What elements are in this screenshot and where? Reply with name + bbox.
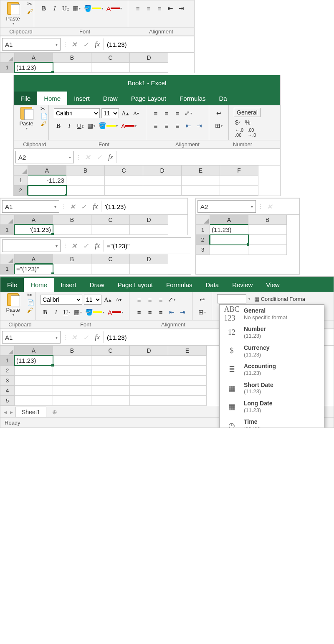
borders-button[interactable]: ▦▾ xyxy=(86,120,96,131)
cell-a1[interactable]: '(11.23) xyxy=(15,225,53,235)
enter-button[interactable]: ✓ xyxy=(78,201,89,212)
tab-formulas[interactable]: Formulas xyxy=(173,92,213,105)
formula-bar[interactable] xyxy=(103,240,191,252)
merge-button[interactable]: ⊞▾ xyxy=(197,307,207,318)
tab-draw[interactable]: Draw xyxy=(96,92,124,105)
fx-icon[interactable]: fx xyxy=(91,331,103,343)
tab-home[interactable]: Home xyxy=(37,92,67,105)
cancel-button[interactable]: ✕ xyxy=(67,201,78,212)
name-box[interactable]: A2▾ xyxy=(197,200,256,213)
font-size-select[interactable]: 11 xyxy=(84,295,101,305)
wrap-text-button[interactable]: ↩ xyxy=(197,294,207,305)
cut-icon[interactable]: ✂ xyxy=(40,105,48,112)
align-right-button[interactable]: ≡ xyxy=(155,3,164,14)
sheet-nav-next[interactable]: ▸ xyxy=(10,409,13,415)
cell-a2[interactable] xyxy=(210,235,248,245)
select-all-corner[interactable] xyxy=(0,215,15,225)
font-color-button[interactable]: A▾ xyxy=(120,120,137,131)
col-header-a[interactable]: A xyxy=(15,53,53,63)
row-header[interactable]: 2 xyxy=(14,186,28,196)
cell-a1[interactable]: ="(123)" xyxy=(15,264,53,274)
name-box[interactable]: A1▾ xyxy=(2,331,61,344)
cancel-button[interactable]: ✕ xyxy=(68,240,80,252)
name-box[interactable]: A2▾ xyxy=(15,151,74,163)
number-format-select[interactable]: General xyxy=(234,108,261,117)
conditional-formatting-button[interactable]: ▦ Conditional Forma xyxy=(254,296,305,302)
cell-d1[interactable] xyxy=(130,63,168,73)
enter-button[interactable]: ✓ xyxy=(93,151,105,163)
orientation-button[interactable]: ⤢▾ xyxy=(167,294,176,305)
sheet-tab[interactable]: Sheet1 xyxy=(15,407,46,417)
name-box[interactable]: ▾ xyxy=(2,239,61,252)
select-all-corner[interactable] xyxy=(0,53,15,63)
tab-file[interactable]: File xyxy=(0,278,24,292)
name-box[interactable]: A1▾ xyxy=(2,38,61,51)
borders-button[interactable]: ▦▾ xyxy=(72,3,81,14)
paste-button[interactable]: Paste ▾ xyxy=(0,0,25,27)
valign-mid-button[interactable]: ≡ xyxy=(162,108,171,119)
select-all-corner[interactable] xyxy=(14,165,28,176)
tab-formulas[interactable]: Formulas xyxy=(159,278,199,292)
cancel-button[interactable]: ✕ xyxy=(81,151,93,163)
fill-color-button[interactable]: 🪣▾ xyxy=(84,307,105,318)
fill-color-button[interactable]: 🪣▾ xyxy=(83,3,104,14)
row-header-1[interactable]: 1 xyxy=(0,63,15,73)
align-left-button[interactable]: ≡ xyxy=(133,3,142,14)
formula-bar[interactable] xyxy=(103,38,194,50)
enter-button[interactable]: ✓ xyxy=(80,240,91,252)
col-header[interactable]: C xyxy=(105,165,143,176)
valign-bot-button[interactable]: ≡ xyxy=(173,108,182,119)
percent-button[interactable]: % xyxy=(243,119,251,126)
col-header[interactable]: B xyxy=(66,165,105,176)
tab-data[interactable]: Data xyxy=(199,278,225,292)
col-header-c[interactable]: C xyxy=(91,53,130,63)
orientation-button[interactable]: ⤢▾ xyxy=(184,108,193,119)
inc-decimal-button[interactable]: ←.0.00 xyxy=(234,127,245,137)
font-color-button[interactable]: A▾ xyxy=(107,307,124,318)
add-sheet-button[interactable]: ⊕ xyxy=(46,409,63,415)
decrease-font-button[interactable]: A▾ xyxy=(114,294,123,305)
format-option-short-date[interactable]: ▦Short Date(11.23) xyxy=(220,379,324,397)
paste-button[interactable]: Paste ▾ xyxy=(0,292,25,320)
tab-insert[interactable]: Insert xyxy=(67,92,96,105)
format-option-general[interactable]: ABC123GeneralNo specific format xyxy=(220,305,324,323)
increase-font-button[interactable]: A▴ xyxy=(121,108,130,119)
tab-page-layout[interactable]: Page Layout xyxy=(111,278,159,292)
tab-insert[interactable]: Insert xyxy=(54,278,83,292)
col-header-b[interactable]: B xyxy=(53,53,91,63)
align-right-button[interactable]: ≡ xyxy=(173,120,182,131)
col-header[interactable]: E xyxy=(182,165,220,176)
font-name-select[interactable]: Calibri xyxy=(40,295,82,305)
cell-a1[interactable]: -11.23 xyxy=(28,176,66,186)
col-header[interactable]: D xyxy=(143,165,182,176)
tab-data[interactable]: Da xyxy=(212,92,233,105)
font-name-select[interactable]: Calibri xyxy=(54,108,100,118)
tab-page-layout[interactable]: Page Layout xyxy=(124,92,173,105)
copy-icon[interactable]: 📄 xyxy=(40,113,48,120)
merge-button[interactable]: ⊞▾ xyxy=(214,120,223,131)
cancel-button[interactable]: ✕ xyxy=(68,38,80,50)
fx-icon[interactable]: fx xyxy=(91,240,103,252)
format-option-number[interactable]: 12Number(11.23) xyxy=(220,323,324,341)
cut-icon[interactable]: ✂ xyxy=(27,0,33,7)
format-painter-icon[interactable]: 🖌 xyxy=(27,8,33,15)
format-option-time[interactable]: ◷Time(11.23) xyxy=(220,416,324,428)
dec-decimal-button[interactable]: .00→.0 xyxy=(246,127,257,137)
indent-inc-button[interactable]: ⇥ xyxy=(195,120,204,131)
tab-review[interactable]: Review xyxy=(225,278,259,292)
name-box[interactable]: A1▾ xyxy=(2,200,59,213)
fill-color-button[interactable]: 🪣▾ xyxy=(98,120,119,131)
increase-font-button[interactable]: A▴ xyxy=(103,294,112,305)
wrap-text-button[interactable]: ↩ xyxy=(214,108,223,119)
col-header-d[interactable]: D xyxy=(130,53,168,63)
indent-inc-button[interactable]: ⇥ xyxy=(177,3,186,14)
sheet-nav-prev[interactable]: ◂ xyxy=(0,409,10,415)
format-painter-icon[interactable]: 🖌 xyxy=(40,120,48,127)
tab-draw[interactable]: Draw xyxy=(83,278,111,292)
paste-button[interactable]: Paste ▾ xyxy=(14,105,39,140)
format-painter-icon[interactable]: 🖌 xyxy=(27,307,34,313)
valign-top-button[interactable]: ≡ xyxy=(151,108,160,119)
align-center-button[interactable]: ≡ xyxy=(144,3,153,14)
underline-button[interactable]: U▾ xyxy=(62,307,71,318)
bold-button[interactable]: B xyxy=(40,307,50,318)
